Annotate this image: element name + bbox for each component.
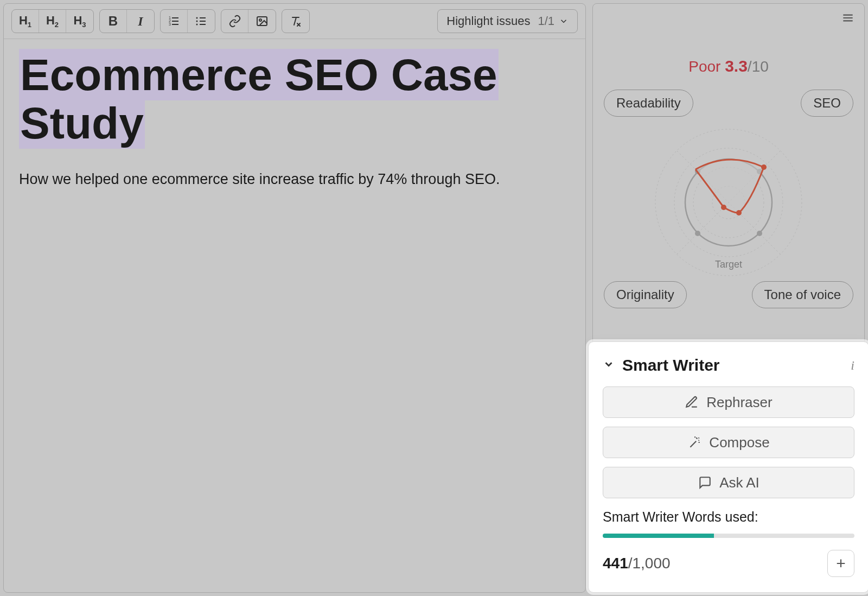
rephraser-label: Rephraser [706, 394, 772, 411]
ask-ai-button[interactable]: Ask AI [603, 467, 854, 498]
usage-total: 1,000 [633, 555, 671, 572]
menu-button[interactable] [841, 11, 855, 27]
highlight-count: 1/1 [538, 14, 554, 28]
editor-content[interactable]: Ecommerce SEO Case Study How we helped o… [4, 39, 585, 200]
usage-fill [603, 534, 714, 538]
svg-point-5 [196, 24, 198, 26]
svg-point-4 [196, 21, 198, 22]
usage-sep: / [628, 555, 633, 572]
highlight-issues-select[interactable]: Highlight issues 1/1 [437, 9, 578, 33]
ask-ai-label: Ask AI [719, 474, 760, 491]
toolbar: H1 H2 H3 B I 123 [4, 4, 585, 39]
style-group: B I [99, 9, 155, 33]
compose-button[interactable]: Compose [603, 427, 854, 458]
readability-pill[interactable]: Readability [604, 90, 693, 117]
italic-button[interactable]: I [127, 10, 154, 33]
add-words-button[interactable]: + [827, 550, 854, 577]
chevron-down-icon [559, 16, 569, 26]
link-button[interactable] [221, 10, 248, 33]
unordered-list-button[interactable] [188, 10, 215, 33]
rephraser-button[interactable]: Rephraser [603, 386, 854, 418]
h3-button[interactable]: H3 [66, 10, 93, 33]
document-title: Ecommerce SEO Case Study [19, 49, 499, 149]
heading-group: H1 H2 H3 [11, 9, 94, 33]
score-max: /10 [748, 58, 769, 75]
usage-used: 441 [603, 555, 628, 572]
editor-panel: H1 H2 H3 B I 123 [3, 3, 586, 593]
unordered-list-icon [195, 15, 208, 28]
clear-format-button[interactable] [282, 10, 309, 33]
magic-wand-icon [687, 435, 701, 449]
svg-point-21 [721, 205, 726, 210]
ordered-list-icon: 123 [168, 15, 181, 28]
rating-label: Poor [688, 58, 720, 75]
hamburger-icon [841, 11, 855, 25]
usage-label: Smart Writer Words used: [603, 509, 854, 525]
link-icon [228, 15, 241, 28]
image-button[interactable] [248, 10, 276, 33]
info-icon[interactable]: i [851, 358, 854, 373]
target-label: Target [604, 259, 853, 270]
svg-point-17 [757, 231, 762, 236]
sidebar: Poor 3.3/10 Readability SEO [592, 3, 865, 593]
list-group: 123 [160, 9, 215, 33]
clear-group [282, 9, 310, 33]
image-icon [256, 15, 269, 28]
svg-point-3 [196, 17, 198, 19]
collapse-button[interactable] [603, 358, 615, 372]
svg-point-19 [761, 164, 767, 170]
originality-pill[interactable]: Originality [604, 281, 687, 308]
svg-point-18 [695, 231, 700, 236]
document-body: How we helped one ecommerce site increas… [19, 171, 570, 188]
smart-writer-title: Smart Writer [622, 356, 843, 375]
smart-writer-card: Smart Writer i Rephraser Compose Ask AI … [588, 341, 868, 593]
score-value: 3.3 [725, 57, 748, 75]
tone-pill[interactable]: Tone of voice [752, 281, 853, 308]
seo-pill[interactable]: SEO [801, 90, 853, 117]
insert-group [221, 9, 276, 33]
h1-button[interactable]: H1 [12, 10, 39, 33]
usage-bar [603, 534, 854, 538]
bold-button[interactable]: B [100, 10, 127, 33]
score-line: Poor 3.3/10 [604, 57, 853, 75]
chevron-down-icon [603, 358, 615, 370]
clear-format-icon [289, 15, 302, 28]
highlight-label: Highlight issues [446, 14, 530, 28]
compose-label: Compose [709, 434, 769, 451]
ordered-list-button[interactable]: 123 [161, 10, 188, 33]
svg-point-7 [259, 19, 261, 21]
h2-button[interactable]: H2 [39, 10, 66, 33]
plus-icon: + [836, 554, 846, 573]
svg-text:3: 3 [169, 22, 171, 26]
chat-icon [698, 475, 712, 490]
edit-icon [685, 395, 699, 409]
svg-point-20 [736, 210, 742, 215]
